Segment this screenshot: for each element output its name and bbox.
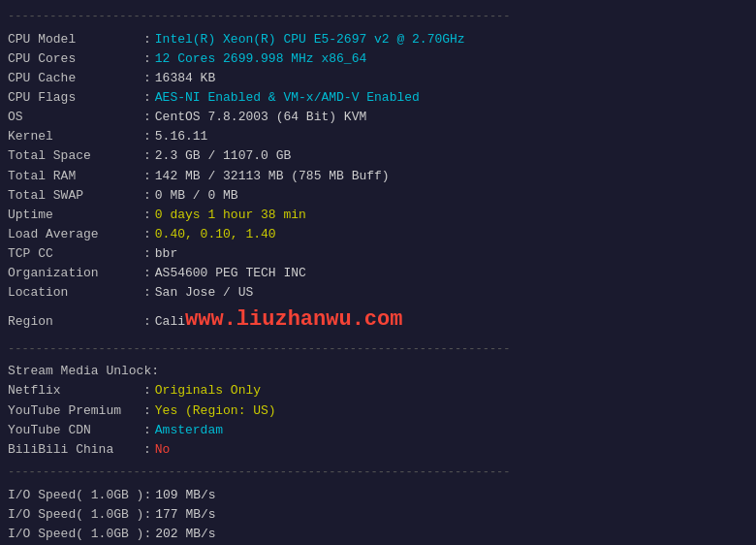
total-space-row: Total Space : 2.3 GB / 1107.0 GB: [8, 146, 748, 166]
location-row: Location : San Jose / US: [8, 283, 748, 303]
org-label: Organization: [8, 264, 143, 283]
org-value: AS54600 PEG TECH INC: [155, 264, 306, 283]
youtube-cdn-value: Amsterdam: [155, 421, 223, 440]
io2-value: 177 MB/s: [155, 505, 215, 525]
cpu-cores-row: CPU Cores : 12 Cores 2699.998 MHz x86_64: [8, 49, 748, 69]
cpu-flags-row: CPU Flags : AES-NI Enabled & VM-x/AMD-V …: [8, 88, 748, 108]
region-row: Region : Cali www.liuzhanwu.com: [8, 304, 748, 337]
total-ram-label: Total RAM: [8, 167, 143, 186]
total-swap-label: Total SWAP: [8, 186, 143, 206]
divider-top: ----------------------------------------…: [8, 8, 748, 26]
total-ram-value: 142 MB / 32113 MB (785 MB Buff): [155, 167, 390, 186]
cpu-cores-value: 12 Cores 2699.998 MHz x86_64: [155, 49, 366, 69]
os-value: CentOS 7.8.2003 (64 Bit) KVM: [155, 108, 366, 127]
netflix-row: Netflix : Originals Only: [8, 381, 748, 401]
total-space-label: Total Space: [8, 146, 143, 166]
netflix-label: Netflix: [8, 381, 143, 401]
total-ram-row: Total RAM : 142 MB / 32113 MB (785 MB Bu…: [8, 167, 748, 186]
io-section: I/O Speed( 1.0GB ) : 109 MB/s I/O Speed(…: [8, 486, 748, 545]
location-value: San Jose / US: [155, 283, 253, 303]
io2-row: I/O Speed( 1.0GB ) : 177 MB/s: [8, 505, 748, 525]
location-label: Location: [8, 283, 143, 303]
load-avg-label: Load Average: [8, 225, 143, 244]
tcp-cc-row: TCP CC : bbr: [8, 244, 748, 264]
load-avg-row: Load Average : 0.40, 0.10, 1.40: [8, 225, 748, 244]
org-row: Organization : AS54600 PEG TECH INC: [8, 264, 748, 283]
tcp-cc-value: bbr: [155, 244, 177, 264]
os-row: OS : CentOS 7.8.2003 (64 Bit) KVM: [8, 108, 748, 127]
kernel-value: 5.16.11: [155, 127, 208, 146]
bilibili-label: BiliBili China: [8, 440, 143, 460]
divider-media: ----------------------------------------…: [8, 340, 748, 359]
watermark: www.liuzhanwu.com: [185, 304, 402, 337]
youtube-label: YouTube Premium: [8, 401, 143, 421]
bilibili-row: BiliBili China : No: [8, 440, 748, 460]
os-label: OS: [8, 108, 143, 127]
youtube-value: Yes (Region: US): [155, 401, 276, 421]
cpu-cache-label: CPU Cache: [8, 69, 143, 88]
kernel-row: Kernel : 5.16.11: [8, 127, 748, 146]
bilibili-value: No: [155, 440, 171, 460]
io3-row: I/O Speed( 1.0GB ) : 202 MB/s: [8, 525, 748, 544]
stream-row: Stream Media Unlock :: [8, 362, 748, 381]
youtube-cdn-row: YouTube CDN : Amsterdam: [8, 421, 748, 440]
terminal-output: ----------------------------------------…: [8, 8, 748, 545]
cpu-cores-label: CPU Cores: [8, 49, 143, 69]
netflix-value: Originals Only: [155, 381, 261, 401]
cpu-model-row: CPU Model : Intel(R) Xeon(R) CPU E5-2697…: [8, 30, 748, 49]
region-value: Cali: [155, 312, 185, 332]
load-avg-value: 0.40, 0.10, 1.40: [155, 225, 276, 244]
stream-label: Stream Media Unlock: [8, 362, 151, 381]
io3-label: I/O Speed( 1.0GB ): [8, 525, 143, 544]
total-swap-row: Total SWAP : 0 MB / 0 MB: [8, 186, 748, 206]
uptime-value: 0 days 1 hour 38 min: [155, 206, 306, 225]
cpu-flags-label: CPU Flags: [8, 88, 143, 108]
total-space-value: 2.3 GB / 1107.0 GB: [155, 146, 291, 166]
io3-value: 202 MB/s: [155, 525, 215, 544]
system-section: CPU Model : Intel(R) Xeon(R) CPU E5-2697…: [8, 30, 748, 337]
cpu-model-value: Intel(R) Xeon(R) CPU E5-2697 v2 @ 2.70GH…: [155, 30, 465, 49]
total-swap-value: 0 MB / 0 MB: [155, 186, 238, 206]
media-section: Stream Media Unlock : Netflix : Original…: [8, 362, 748, 460]
kernel-label: Kernel: [8, 127, 143, 146]
cpu-cache-value: 16384 KB: [155, 69, 215, 88]
io1-row: I/O Speed( 1.0GB ) : 109 MB/s: [8, 486, 748, 505]
io1-value: 109 MB/s: [155, 486, 215, 505]
divider-io: ----------------------------------------…: [8, 464, 748, 482]
cpu-cache-row: CPU Cache : 16384 KB: [8, 69, 748, 88]
tcp-cc-label: TCP CC: [8, 244, 143, 264]
cpu-flags-value: AES-NI Enabled & VM-x/AMD-V Enabled: [155, 88, 420, 108]
cpu-model-label: CPU Model: [8, 30, 143, 49]
youtube-cdn-label: YouTube CDN: [8, 421, 143, 440]
uptime-row: Uptime : 0 days 1 hour 38 min: [8, 206, 748, 225]
region-label: Region: [8, 312, 143, 332]
uptime-label: Uptime: [8, 206, 143, 225]
io2-label: I/O Speed( 1.0GB ): [8, 505, 143, 525]
youtube-row: YouTube Premium : Yes (Region: US): [8, 401, 748, 421]
io1-label: I/O Speed( 1.0GB ): [8, 486, 143, 505]
